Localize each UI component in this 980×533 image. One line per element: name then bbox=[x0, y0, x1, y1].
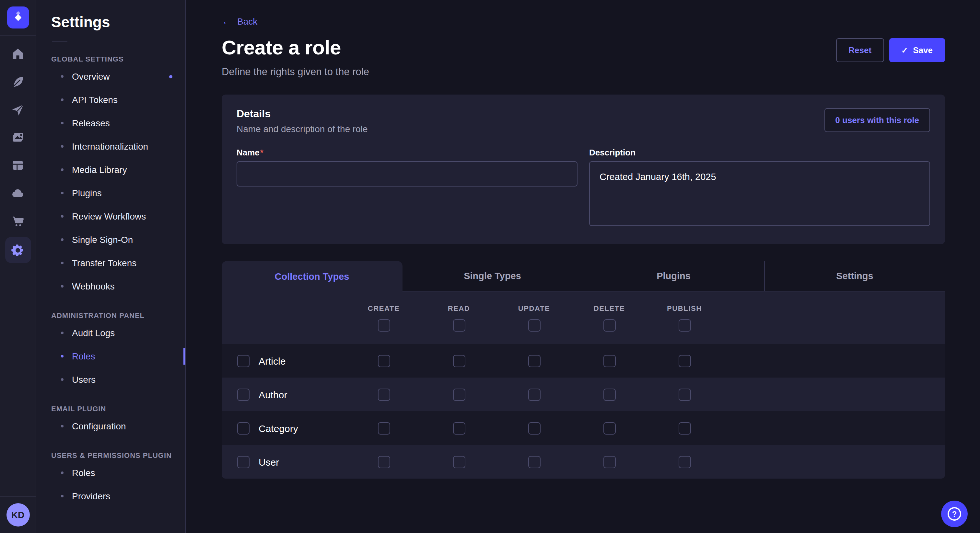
table-row-article: Article bbox=[222, 344, 945, 378]
sidebar-item-plugins[interactable]: Plugins bbox=[36, 181, 185, 205]
author-update-checkbox[interactable] bbox=[528, 388, 540, 401]
help-button[interactable]: ? bbox=[941, 501, 968, 527]
back-link[interactable]: ← Back bbox=[222, 16, 257, 27]
sidebar-item-providers[interactable]: Providers bbox=[36, 484, 185, 508]
category-update-checkbox[interactable] bbox=[528, 422, 540, 434]
sidebar-item-label: Single Sign-On bbox=[72, 235, 133, 245]
content-feather-icon[interactable] bbox=[3, 68, 32, 96]
details-heading: Details bbox=[237, 108, 368, 120]
bullet-icon bbox=[61, 192, 64, 194]
cloud-icon[interactable] bbox=[3, 179, 32, 207]
details-subheading: Name and description of the role bbox=[237, 124, 368, 134]
select-all-delete-checkbox[interactable] bbox=[603, 319, 616, 332]
article-update-checkbox[interactable] bbox=[528, 355, 540, 367]
home-icon[interactable] bbox=[3, 40, 32, 68]
section-label: USERS & PERMISSIONS PLUGIN bbox=[51, 451, 185, 459]
marketplace-cart-icon[interactable] bbox=[3, 207, 32, 235]
tab-single-types[interactable]: Single Types bbox=[402, 261, 583, 292]
category-create-checkbox[interactable] bbox=[377, 422, 390, 434]
description-field-group: Description Created January 16th, 2025 bbox=[589, 148, 930, 228]
sidebar-item-roles-admin[interactable]: Roles bbox=[36, 344, 185, 368]
user-read-checkbox[interactable] bbox=[453, 455, 465, 468]
main-nav-rail: KD bbox=[0, 0, 36, 533]
back-label: Back bbox=[237, 16, 257, 27]
user-delete-checkbox[interactable] bbox=[603, 455, 616, 468]
reset-button[interactable]: Reset bbox=[836, 38, 884, 62]
page-subtitle: Define the rights given to the role bbox=[222, 66, 945, 78]
sidebar-item-releases[interactable]: Releases bbox=[36, 111, 185, 135]
user-create-checkbox[interactable] bbox=[377, 455, 390, 468]
sidebar-item-roles-up[interactable]: Roles bbox=[36, 461, 185, 484]
bullet-icon bbox=[61, 122, 64, 124]
details-card: Details Name and description of the role… bbox=[222, 95, 945, 244]
user-publish-checkbox[interactable] bbox=[678, 455, 690, 468]
select-all-update-checkbox[interactable] bbox=[528, 319, 540, 332]
check-icon: ✓ bbox=[901, 46, 908, 55]
sidebar-item-overview[interactable]: Overview bbox=[36, 65, 185, 88]
bullet-icon bbox=[61, 262, 64, 264]
author-create-checkbox[interactable] bbox=[377, 388, 390, 401]
main-content: ← Back Create a role Reset ✓ Save Define… bbox=[186, 0, 980, 533]
bullet-icon bbox=[61, 355, 64, 357]
author-read-checkbox[interactable] bbox=[453, 388, 465, 401]
section-label: ADMINISTRATION PANEL bbox=[51, 311, 185, 319]
bullet-icon bbox=[61, 378, 64, 381]
sidebar-item-webhooks[interactable]: Webhooks bbox=[36, 274, 185, 298]
category-publish-checkbox[interactable] bbox=[678, 422, 690, 434]
paper-plane-icon[interactable] bbox=[3, 96, 32, 124]
article-publish-checkbox[interactable] bbox=[678, 355, 690, 367]
avatar[interactable]: KD bbox=[6, 503, 30, 527]
author-delete-checkbox[interactable] bbox=[603, 388, 616, 401]
save-button[interactable]: ✓ Save bbox=[889, 38, 945, 62]
bullet-icon bbox=[61, 425, 64, 427]
layout-panel-icon[interactable] bbox=[3, 152, 32, 179]
description-label: Description bbox=[589, 148, 930, 157]
tab-collection-types[interactable]: Collection Types bbox=[222, 261, 402, 292]
column-label-publish: PUBLISH bbox=[647, 305, 722, 312]
details-head-text: Details Name and description of the role bbox=[237, 108, 368, 134]
settings-gear-icon[interactable] bbox=[3, 235, 32, 265]
description-textarea[interactable]: Created January 16th, 2025 bbox=[589, 161, 930, 226]
sidebar-item-audit-logs[interactable]: Audit Logs bbox=[36, 321, 185, 344]
question-mark-icon: ? bbox=[948, 507, 961, 521]
category-read-checkbox[interactable] bbox=[453, 422, 465, 434]
row-select-checkbox-article[interactable] bbox=[237, 355, 250, 367]
table-row-category: Category bbox=[222, 411, 945, 445]
sidebar-item-label: Review Workflows bbox=[72, 211, 146, 222]
sidebar-item-label: Webhooks bbox=[72, 281, 115, 292]
row-select-checkbox-user[interactable] bbox=[237, 455, 250, 468]
sidebar-item-label: Configuration bbox=[72, 421, 126, 431]
bullet-icon bbox=[61, 168, 64, 171]
article-delete-checkbox[interactable] bbox=[603, 355, 616, 367]
article-read-checkbox[interactable] bbox=[453, 355, 465, 367]
sidebar-item-single-sign-on[interactable]: Single Sign-On bbox=[36, 228, 185, 251]
tab-settings[interactable]: Settings bbox=[764, 261, 945, 292]
select-all-create-checkbox[interactable] bbox=[377, 319, 390, 332]
author-publish-checkbox[interactable] bbox=[678, 388, 690, 401]
sidebar-item-transfer-tokens[interactable]: Transfer Tokens bbox=[36, 251, 185, 274]
sidebar-item-internationalization[interactable]: Internationalization bbox=[36, 135, 185, 158]
row-label: Article bbox=[259, 355, 285, 366]
row-select-checkbox-author[interactable] bbox=[237, 388, 250, 401]
name-input[interactable] bbox=[237, 161, 578, 187]
strapi-logo[interactable] bbox=[7, 6, 29, 29]
select-all-row bbox=[222, 312, 945, 332]
tab-plugins[interactable]: Plugins bbox=[583, 261, 764, 292]
select-all-publish-checkbox[interactable] bbox=[678, 319, 690, 332]
sidebar-item-api-tokens[interactable]: API Tokens bbox=[36, 88, 185, 111]
sidebar-item-configuration[interactable]: Configuration bbox=[36, 414, 185, 438]
row-select-checkbox-category[interactable] bbox=[237, 422, 250, 434]
category-delete-checkbox[interactable] bbox=[603, 422, 616, 434]
sidebar-item-users[interactable]: Users bbox=[36, 368, 185, 391]
sidebar-item-label: Transfer Tokens bbox=[72, 258, 137, 268]
sidebar-item-review-workflows[interactable]: Review Workflows bbox=[36, 205, 185, 228]
media-library-icon[interactable] bbox=[3, 124, 32, 152]
column-label-update: UPDATE bbox=[496, 305, 572, 312]
article-create-checkbox[interactable] bbox=[377, 355, 390, 367]
sidebar-item-media-library[interactable]: Media Library bbox=[36, 158, 185, 181]
user-update-checkbox[interactable] bbox=[528, 455, 540, 468]
select-all-read-checkbox[interactable] bbox=[453, 319, 465, 332]
users-with-role-button[interactable]: 0 users with this role bbox=[824, 108, 930, 132]
bullet-icon bbox=[61, 215, 64, 217]
sidebar-item-label: Roles bbox=[72, 351, 95, 362]
